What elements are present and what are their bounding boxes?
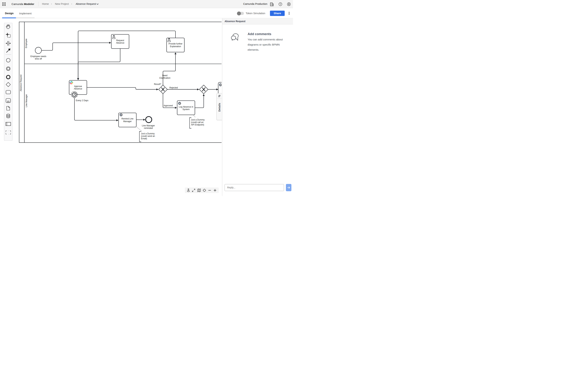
svg-text:R: R <box>179 102 180 105</box>
svg-text:Email): Email) <box>141 137 147 140</box>
svg-text:R: R <box>220 84 221 86</box>
svg-text:Result?: Result? <box>154 83 161 86</box>
svg-text:Rejected: Rejected <box>170 86 178 89</box>
svg-text:Line Manager: Line Manager <box>25 94 28 107</box>
svg-text:Absence Request: Absence Request <box>20 74 22 91</box>
svg-text:Employee needs: Employee needs <box>30 55 46 58</box>
svg-text:Just a Dummy: Just a Dummy <box>191 118 205 121</box>
svg-text:Approved: Approved <box>164 104 173 107</box>
svg-text:Approve: Approve <box>74 85 82 88</box>
svg-text:Explanation: Explanation <box>170 45 181 48</box>
svg-text:Absence: Absence <box>116 42 124 44</box>
svg-text:Absence: Absence <box>74 88 82 90</box>
svg-text:Every 2 Days: Every 2 Days <box>76 99 88 102</box>
svg-text:?: ? <box>280 3 281 5</box>
svg-text:Remind Line: Remind Line <box>122 118 134 120</box>
svg-text:Provide further: Provide further <box>168 42 182 45</box>
svg-text:R: R <box>120 114 122 116</box>
svg-text:time off: time off <box>35 58 42 60</box>
svg-text:Log Absence in: Log Absence in <box>179 106 193 108</box>
svg-text:reminded: reminded <box>144 127 153 129</box>
svg-text:Employee: Employee <box>25 39 28 48</box>
svg-text:Request: Request <box>116 39 124 42</box>
svg-text:System: System <box>182 108 190 110</box>
svg-text:Just a Dummy: Just a Dummy <box>141 132 155 135</box>
svg-text:API Endpoint): API Endpoint) <box>191 124 204 126</box>
svg-text:(could send an: (could send an <box>141 135 155 137</box>
svg-text:Need: Need <box>162 74 168 77</box>
svg-text:Manager: Manager <box>123 120 132 123</box>
svg-text:Line Manager: Line Manager <box>142 124 155 127</box>
svg-text:Clarification: Clarification <box>159 77 170 79</box>
svg-text:(could call an: (could call an <box>191 121 204 124</box>
